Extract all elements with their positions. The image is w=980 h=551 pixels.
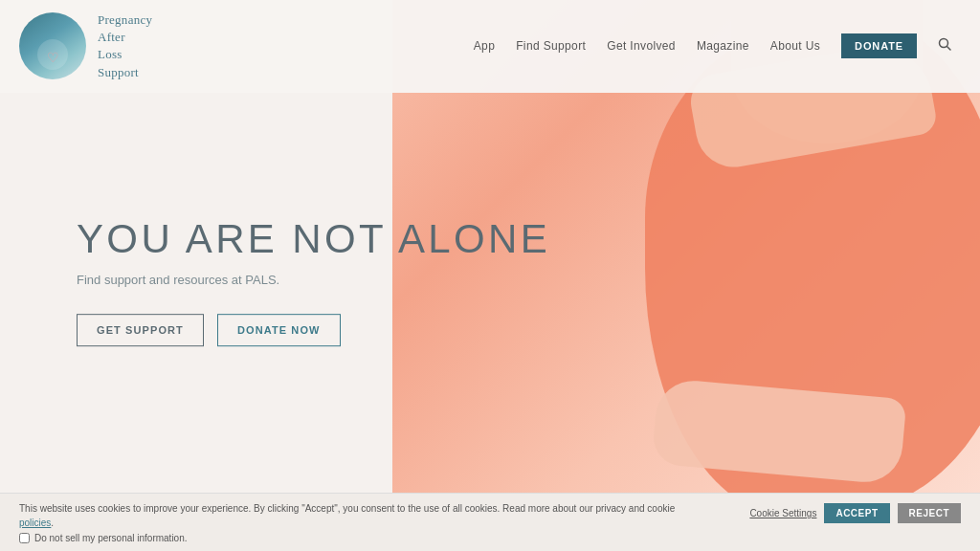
nav-link-find-support[interactable]: Find Support xyxy=(516,39,586,53)
cookie-checkbox-row: Do not sell my personal information. xyxy=(19,533,689,543)
cookie-settings-link[interactable]: Cookie Settings xyxy=(749,508,816,518)
do-not-sell-label: Do not sell my personal information. xyxy=(34,533,188,543)
cookie-policy-link[interactable]: policies xyxy=(19,518,51,528)
donate-button[interactable]: DONATE xyxy=(841,33,917,58)
cookie-text-area: This website uses cookies to improve you… xyxy=(19,501,689,543)
donate-now-button[interactable]: DONATE NOW xyxy=(217,314,341,346)
cookie-actions: Cookie Settings ACCEPT REJECT xyxy=(749,501,961,523)
svg-line-1 xyxy=(947,47,951,51)
logo-line-2: After xyxy=(98,29,152,46)
hero-title: YOU ARE NOT ALONE xyxy=(77,217,550,261)
nav-link-about-us[interactable]: About Us xyxy=(770,39,820,53)
cookie-main-text: This website uses cookies to improve you… xyxy=(19,501,689,530)
nav-link-get-involved[interactable]: Get Involved xyxy=(607,39,676,53)
cookie-bar: This website uses cookies to improve you… xyxy=(0,493,980,551)
logo-line-1: Pregnancy xyxy=(98,11,152,29)
do-not-sell-checkbox[interactable] xyxy=(19,533,30,543)
cookie-text: This website uses cookies to improve you… xyxy=(19,503,675,514)
cookie-reject-button[interactable]: REJECT xyxy=(898,503,961,523)
get-support-button[interactable]: GET SUPPORT xyxy=(77,314,204,346)
hero-subtitle: Find support and resources at PALS. xyxy=(77,273,550,287)
logo-line-3: Loss xyxy=(98,46,152,63)
cookie-accept-button[interactable]: ACCEPT xyxy=(824,503,889,523)
nav-link-magazine[interactable]: Magazine xyxy=(697,39,749,53)
hero-content: YOU ARE NOT ALONE Find support and resou… xyxy=(77,217,550,346)
nav-link-app[interactable]: App xyxy=(474,39,495,53)
logo-area[interactable]: Pregnancy After Loss Support xyxy=(19,11,152,81)
hero-buttons: GET SUPPORT DONATE NOW xyxy=(77,314,550,346)
logo-line-4: Support xyxy=(98,64,152,81)
main-nav: App Find Support Get Involved Magazine A… xyxy=(474,33,951,58)
logo-text: Pregnancy After Loss Support xyxy=(98,11,152,81)
logo-icon xyxy=(19,12,86,79)
search-icon[interactable] xyxy=(938,37,951,55)
site-header: Pregnancy After Loss Support App Find Su… xyxy=(0,0,980,93)
